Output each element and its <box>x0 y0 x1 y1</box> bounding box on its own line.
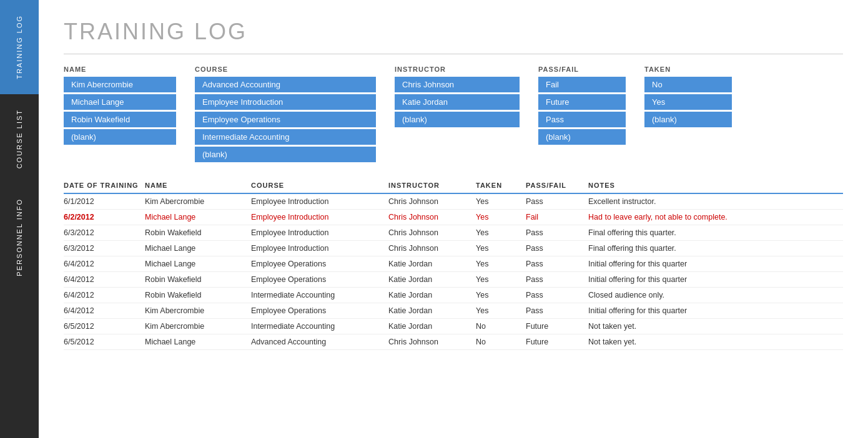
th-taken: TAKEN <box>476 182 526 189</box>
filter-passfail-pass[interactable]: Pass <box>538 112 626 127</box>
td-course-1: Employee Introduction <box>251 213 388 221</box>
td-taken-2: Yes <box>476 228 526 237</box>
sidebar-item-personnel-info-label: Personnel Info <box>16 198 23 276</box>
filter-passfail-fail[interactable]: Fail <box>538 77 626 92</box>
td-date-5: 6/4/2012 <box>64 275 145 284</box>
table-row[interactable]: 6/5/2012 Kim Abercrombie Intermediate Ac… <box>64 319 843 334</box>
filter-course-blank[interactable]: (blank) <box>195 147 376 162</box>
filter-taken-blank[interactable]: (blank) <box>644 112 732 127</box>
filter-instructor-blank[interactable]: (blank) <box>395 112 520 127</box>
main-content: TRAINING LOG NAME Kim Abercrombie Michae… <box>39 0 868 438</box>
filter-instructor-label: INSTRUCTOR <box>395 66 520 73</box>
td-passfail-7: Pass <box>526 306 588 315</box>
td-passfail-1: Fail <box>526 213 588 221</box>
td-name-4: Michael Lange <box>145 260 251 268</box>
td-course-9: Advanced Accounting <box>251 338 388 346</box>
td-course-5: Employee Operations <box>251 275 388 284</box>
filter-course-intermediate[interactable]: Intermediate Accounting <box>195 129 376 145</box>
td-course-2: Employee Introduction <box>251 228 388 237</box>
sidebar-item-course-list-label: Course List <box>16 109 23 168</box>
td-instructor-1: Chris Johnson <box>388 213 476 221</box>
td-instructor-7: Katie Jordan <box>388 306 476 315</box>
td-passfail-2: Pass <box>526 228 588 237</box>
table-row[interactable]: 6/3/2012 Robin Wakefield Employee Introd… <box>64 225 843 241</box>
th-date: DATE OF TRAINING <box>64 182 145 189</box>
td-notes-3: Final offering this quarter. <box>588 244 843 253</box>
td-course-7: Employee Operations <box>251 306 388 315</box>
filter-course-advanced[interactable]: Advanced Accounting <box>195 77 376 92</box>
td-passfail-8: Future <box>526 322 588 331</box>
filter-instructor-col: INSTRUCTOR Chris Johnson Katie Jordan (b… <box>395 66 520 164</box>
td-taken-4: Yes <box>476 260 526 268</box>
td-course-3: Employee Introduction <box>251 244 388 253</box>
td-date-1: 6/2/2012 <box>64 213 145 221</box>
filter-section: NAME Kim Abercrombie Michael Lange Robin… <box>64 66 843 164</box>
filter-taken-no[interactable]: No <box>644 77 732 92</box>
td-taken-8: No <box>476 322 526 331</box>
table-row[interactable]: 6/4/2012 Robin Wakefield Employee Operat… <box>64 272 843 288</box>
td-notes-0: Excellent instructor. <box>588 197 843 206</box>
td-date-7: 6/4/2012 <box>64 306 145 315</box>
td-instructor-5: Katie Jordan <box>388 275 476 284</box>
sidebar-item-training-log-label: Training Log <box>16 15 23 79</box>
td-course-4: Employee Operations <box>251 260 388 268</box>
filter-name-label: NAME <box>64 66 176 73</box>
filter-name-kim[interactable]: Kim Abercrombie <box>64 77 176 92</box>
table-row[interactable]: 6/4/2012 Kim Abercrombie Employee Operat… <box>64 303 843 319</box>
td-notes-9: Not taken yet. <box>588 338 843 346</box>
filter-instructor-katie[interactable]: Katie Jordan <box>395 94 520 110</box>
filter-name-robin[interactable]: Robin Wakefield <box>64 112 176 127</box>
filter-passfail-label: PASS/FAIL <box>538 66 626 73</box>
td-passfail-6: Pass <box>526 291 588 299</box>
filter-course-col: COURSE Advanced Accounting Employee Intr… <box>195 66 376 164</box>
table-body: 6/1/2012 Kim Abercrombie Employee Introd… <box>64 194 843 350</box>
th-name: NAME <box>145 182 251 189</box>
td-date-4: 6/4/2012 <box>64 260 145 268</box>
td-notes-5: Initial offering for this quarter <box>588 275 843 284</box>
table-row[interactable]: 6/4/2012 Michael Lange Employee Operatio… <box>64 256 843 272</box>
td-passfail-5: Pass <box>526 275 588 284</box>
td-date-6: 6/4/2012 <box>64 291 145 299</box>
filter-course-ops[interactable]: Employee Operations <box>195 112 376 127</box>
th-passfail: PASS/FAIL <box>526 182 588 189</box>
td-name-7: Kim Abercrombie <box>145 306 251 315</box>
table-row[interactable]: 6/4/2012 Robin Wakefield Intermediate Ac… <box>64 288 843 303</box>
td-taken-7: Yes <box>476 306 526 315</box>
filter-course-intro[interactable]: Employee Introduction <box>195 94 376 110</box>
td-instructor-9: Chris Johnson <box>388 338 476 346</box>
td-instructor-3: Chris Johnson <box>388 244 476 253</box>
td-passfail-0: Pass <box>526 197 588 206</box>
sidebar: Training Log Course List Personnel Info <box>0 0 39 438</box>
sidebar-item-course-list[interactable]: Course List <box>0 94 39 183</box>
filter-instructor-chris[interactable]: Chris Johnson <box>395 77 520 92</box>
filter-taken-col: TAKEN No Yes (blank) <box>644 66 732 164</box>
td-notes-7: Initial offering for this quarter <box>588 306 843 315</box>
td-name-9: Michael Lange <box>145 338 251 346</box>
training-table: DATE OF TRAINING NAME COURSE INSTRUCTOR … <box>64 182 843 350</box>
filter-taken-yes[interactable]: Yes <box>644 94 732 110</box>
td-name-0: Kim Abercrombie <box>145 197 251 206</box>
td-passfail-3: Pass <box>526 244 588 253</box>
td-taken-3: Yes <box>476 244 526 253</box>
td-name-2: Robin Wakefield <box>145 228 251 237</box>
td-taken-9: No <box>476 338 526 346</box>
td-taken-1: Yes <box>476 213 526 221</box>
td-course-8: Intermediate Accounting <box>251 322 388 331</box>
filter-name-blank[interactable]: (blank) <box>64 129 176 145</box>
td-notes-6: Closed audience only. <box>588 291 843 299</box>
td-date-8: 6/5/2012 <box>64 322 145 331</box>
table-row[interactable]: 6/5/2012 Michael Lange Advanced Accounti… <box>64 334 843 350</box>
filter-passfail-future[interactable]: Future <box>538 94 626 110</box>
sidebar-item-training-log[interactable]: Training Log <box>0 0 39 94</box>
filter-passfail-blank[interactable]: (blank) <box>538 129 626 145</box>
table-row[interactable]: 6/1/2012 Kim Abercrombie Employee Introd… <box>64 194 843 210</box>
sidebar-item-personnel-info[interactable]: Personnel Info <box>0 183 39 291</box>
filter-name-michael[interactable]: Michael Lange <box>64 94 176 110</box>
table-row[interactable]: 6/2/2012 Michael Lange Employee Introduc… <box>64 210 843 225</box>
table-row[interactable]: 6/3/2012 Michael Lange Employee Introduc… <box>64 241 843 256</box>
filter-course-label: COURSE <box>195 66 376 73</box>
td-notes-2: Final offering this quarter. <box>588 228 843 237</box>
td-taken-0: Yes <box>476 197 526 206</box>
th-course: COURSE <box>251 182 388 189</box>
td-passfail-9: Future <box>526 338 588 346</box>
